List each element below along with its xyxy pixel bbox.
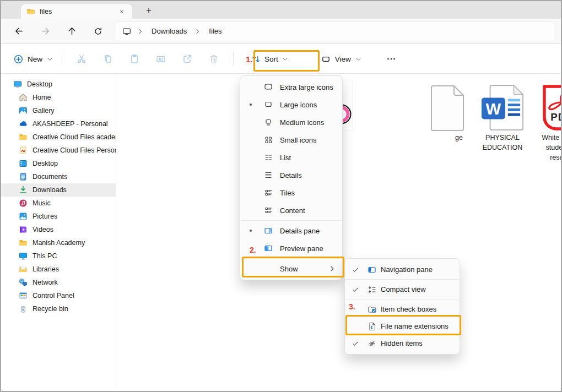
forward-button[interactable] xyxy=(36,23,54,40)
submenu-chevron-icon xyxy=(328,264,337,273)
small-icons-icon xyxy=(263,135,273,145)
share-icon xyxy=(182,53,193,64)
view-icon xyxy=(321,54,331,64)
copy-icon xyxy=(102,53,114,64)
sidebar-item-recycle-bin[interactable]: Recycle bin xyxy=(1,302,116,315)
new-button[interactable]: New xyxy=(11,51,56,68)
menu-item-content[interactable]: Content xyxy=(240,202,342,219)
sidebar-item-label: Control Panel xyxy=(33,292,74,300)
checkmark-icon xyxy=(352,340,359,347)
breadcrumb-files[interactable]: files xyxy=(207,26,224,36)
sort-button[interactable]: Sort xyxy=(247,51,292,68)
rename-button[interactable] xyxy=(148,49,174,69)
menu-item-details-pane[interactable]: Details pane xyxy=(240,222,342,239)
copy-button[interactable] xyxy=(95,49,121,69)
pdf-document-icon: PDF xyxy=(542,84,562,131)
submenu-item-item-check-boxes[interactable]: Item check boxes xyxy=(345,301,460,318)
menu-item-label: Small icons xyxy=(280,136,316,144)
menu-item-label: Extra large icons xyxy=(280,83,333,91)
menu-item-label: Medium icons xyxy=(280,118,324,127)
documents-icon xyxy=(19,172,28,181)
sidebar-item-documents[interactable]: Documents xyxy=(1,170,116,183)
trash-icon xyxy=(208,53,219,64)
plus-circle-icon xyxy=(13,54,24,64)
sidebar-item-downloads[interactable]: Downloads xyxy=(1,183,116,197)
sidebar-item-pictures[interactable]: Pictures xyxy=(1,210,116,223)
chevron-down-icon xyxy=(46,56,53,63)
pdf-label: PDF xyxy=(550,111,562,123)
menu-item-label: Large icons xyxy=(280,101,317,109)
sidebar-item-creative-cloud-files-academ[interactable]: Creative Cloud Files academ xyxy=(1,130,116,144)
menu-item-list[interactable]: List xyxy=(240,149,342,166)
this-pc-icon[interactable] xyxy=(122,26,132,36)
menu-separator xyxy=(241,220,342,221)
back-button[interactable] xyxy=(10,23,28,40)
sidebar-item-label: Downloads xyxy=(33,186,67,194)
item-check-boxes-icon xyxy=(367,304,377,314)
sidebar-item-control-panel[interactable]: Control Panel xyxy=(1,289,116,302)
view-button-label: View xyxy=(335,55,351,63)
new-tab-button[interactable]: + xyxy=(143,5,154,16)
checkmark-icon xyxy=(352,286,359,293)
sidebar-item-music[interactable]: Music xyxy=(1,197,116,210)
sidebar-item-creative-cloud-files-personal[interactable]: Creative Cloud Files Personal xyxy=(1,144,116,157)
breadcrumb-downloads[interactable]: Downloads xyxy=(149,26,189,36)
annotation-step-1: 1. xyxy=(246,55,253,64)
hidden-items-icon xyxy=(367,339,377,349)
submenu-item-compact-view[interactable]: Compact view xyxy=(345,281,460,298)
extra-large-icons-icon xyxy=(263,82,273,92)
file-partially-hidden[interactable]: ge xyxy=(425,79,502,143)
file-cv-resume[interactable]: PDF White simple student cv resume xyxy=(534,79,562,162)
up-button[interactable] xyxy=(63,23,80,40)
sidebar-item-home[interactable]: Home xyxy=(1,91,116,104)
delete-button[interactable] xyxy=(201,49,227,69)
ellipsis-icon xyxy=(386,53,397,64)
file-name: White simple student cv resume xyxy=(534,133,562,162)
share-button[interactable] xyxy=(174,49,201,69)
paste-button[interactable] xyxy=(121,49,148,69)
videos-icon xyxy=(19,225,28,234)
downloads-icon xyxy=(19,186,28,194)
annotation-step-2: 2. xyxy=(250,246,256,254)
sidebar-item-videos[interactable]: Videos xyxy=(1,223,116,236)
home-icon xyxy=(19,93,28,102)
show-submenu: Navigation pane Compact view Item check … xyxy=(344,258,460,355)
menu-item-tiles[interactable]: Tiles xyxy=(240,184,342,202)
refresh-button[interactable] xyxy=(89,23,107,40)
sidebar-item-libraries[interactable]: Libraries xyxy=(1,263,116,276)
cut-button[interactable] xyxy=(68,49,95,69)
list-icon xyxy=(263,153,273,162)
menu-item-label: Content xyxy=(280,206,305,215)
sidebar-item-onedrive-personal[interactable]: AKASHDEEP - Personal xyxy=(1,117,116,130)
menu-item-small-icons[interactable]: Small icons xyxy=(240,131,342,149)
gallery-icon xyxy=(19,106,28,115)
menu-item-label: Show xyxy=(280,265,298,273)
sidebar-item-network[interactable]: Network xyxy=(1,276,116,289)
tab-files[interactable]: files xyxy=(21,4,132,19)
folder-icon xyxy=(26,7,35,16)
menu-item-large-icons[interactable]: Large icons xyxy=(240,96,342,113)
address-bar[interactable]: Downloads files xyxy=(115,21,555,41)
sidebar-item-desktop-folder[interactable]: Desktop xyxy=(1,157,116,170)
sidebar-item-gallery[interactable]: Gallery xyxy=(1,104,116,117)
sidebar-item-this-pc[interactable]: This PC xyxy=(1,249,116,263)
submenu-item-file-name-extensions[interactable]: File name extensions xyxy=(345,318,460,335)
menu-item-details[interactable]: Details xyxy=(240,166,342,184)
see-more-button[interactable] xyxy=(382,51,401,67)
plus-icon: + xyxy=(146,5,152,16)
view-button[interactable]: View xyxy=(315,51,368,68)
submenu-item-hidden-items[interactable]: Hidden items xyxy=(345,335,460,352)
sidebar-item-label: This PC xyxy=(33,252,57,260)
menu-item-label: Details pane xyxy=(280,227,320,235)
clipboard-icon xyxy=(129,53,140,64)
menu-item-medium-icons[interactable]: Medium icons xyxy=(240,113,342,131)
menu-item-show[interactable]: Show xyxy=(240,260,342,277)
sidebar-item-desktop[interactable]: Desktop xyxy=(1,78,116,91)
tab-close-icon[interactable] xyxy=(117,7,127,17)
sidebar-item-manish-academy[interactable]: Manish Academy xyxy=(1,236,116,249)
submenu-item-navigation-pane[interactable]: Navigation pane xyxy=(345,261,460,278)
menu-item-label: Tiles xyxy=(280,189,295,197)
file-name: ge xyxy=(425,133,502,143)
desktop-folder-icon xyxy=(19,159,28,168)
menu-item-extra-large-icons[interactable]: Extra large icons xyxy=(240,78,342,96)
